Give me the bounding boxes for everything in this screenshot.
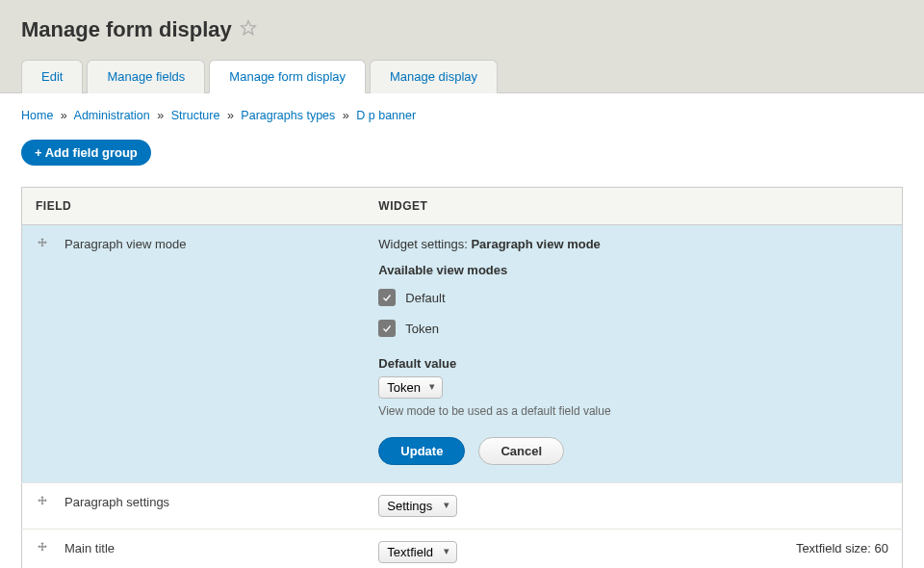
- widget-settings-title: Widget settings: Paragraph view mode: [378, 237, 888, 251]
- breadcrumb-home[interactable]: Home: [21, 109, 53, 122]
- widget-select-wrap: Settings: [378, 495, 457, 517]
- header-region: Manage form display Edit Manage fields M…: [0, 0, 924, 93]
- checkbox-token[interactable]: [378, 320, 396, 337]
- checkbox-row-default: Default: [378, 289, 888, 306]
- cancel-button[interactable]: Cancel: [478, 437, 564, 465]
- breadcrumb-sep: »: [157, 109, 164, 122]
- checkbox-row-token: Token: [378, 320, 888, 337]
- row-summary: [770, 483, 902, 529]
- widget-select-wrap: Textfield: [378, 541, 457, 563]
- breadcrumb-sep: »: [227, 109, 234, 122]
- svg-marker-0: [241, 21, 255, 35]
- table-row: Paragraph settings Settings: [22, 483, 903, 529]
- breadcrumb-paragraphs-types[interactable]: Paragraphs types: [241, 109, 335, 122]
- tab-manage-form-display[interactable]: Manage form display: [209, 60, 366, 93]
- drag-handle-icon[interactable]: [36, 495, 49, 511]
- default-value-select[interactable]: Token: [378, 376, 443, 399]
- checkbox-label: Default: [405, 291, 445, 305]
- table-row: Main title Textfield Textfield size: 60: [22, 529, 903, 569]
- tab-manage-fields[interactable]: Manage fields: [87, 60, 205, 93]
- th-widget: WIDGET: [365, 188, 770, 225]
- star-icon[interactable]: [240, 17, 257, 42]
- content: Home » Administration » Structure » Para…: [0, 93, 924, 568]
- default-value-hint: View mode to be used as a default field …: [378, 404, 888, 418]
- default-value-label: Default value: [378, 356, 888, 371]
- table-row: Paragraph view mode Widget settings: Par…: [22, 225, 903, 483]
- page-title: Manage form display: [21, 17, 903, 42]
- checkbox-label: Token: [405, 322, 439, 336]
- th-field: FIELD: [22, 188, 366, 225]
- breadcrumb-sep: »: [343, 109, 349, 122]
- drag-handle-icon[interactable]: [36, 237, 49, 253]
- page-title-text: Manage form display: [21, 17, 232, 42]
- widget-settings-prefix: Widget settings:: [378, 237, 471, 251]
- th-summary: [770, 188, 902, 225]
- available-view-modes-heading: Available view modes: [378, 263, 888, 277]
- field-label: Main title: [64, 541, 115, 555]
- primary-tabs: Edit Manage fields Manage form display M…: [21, 60, 903, 93]
- tab-manage-display[interactable]: Manage display: [370, 60, 498, 93]
- breadcrumb-dp-banner[interactable]: D p banner: [356, 109, 416, 122]
- update-button[interactable]: Update: [378, 437, 465, 465]
- breadcrumb-sep: »: [61, 109, 67, 122]
- field-label: Paragraph settings: [64, 495, 169, 509]
- breadcrumb-administration[interactable]: Administration: [74, 109, 150, 122]
- add-field-group-button[interactable]: + Add field group: [21, 140, 151, 166]
- widget-select[interactable]: Textfield: [378, 541, 457, 563]
- breadcrumb-structure[interactable]: Structure: [171, 109, 220, 122]
- drag-handle-icon[interactable]: [36, 541, 49, 557]
- row-summary: Textfield size: 60: [770, 529, 902, 569]
- widget-settings-panel: Widget settings: Paragraph view mode Ava…: [378, 237, 888, 465]
- widget-settings-name: Paragraph view mode: [471, 237, 600, 251]
- fields-table: FIELD WIDGET Paragraph view mode: [21, 187, 903, 568]
- widget-select[interactable]: Settings: [378, 495, 457, 517]
- tab-edit[interactable]: Edit: [21, 60, 83, 93]
- field-label: Paragraph view mode: [64, 237, 186, 251]
- breadcrumb: Home » Administration » Structure » Para…: [21, 109, 903, 122]
- checkbox-default[interactable]: [378, 289, 396, 306]
- widget-settings-actions: Update Cancel: [378, 437, 888, 465]
- default-value-select-wrap: Token: [378, 376, 443, 399]
